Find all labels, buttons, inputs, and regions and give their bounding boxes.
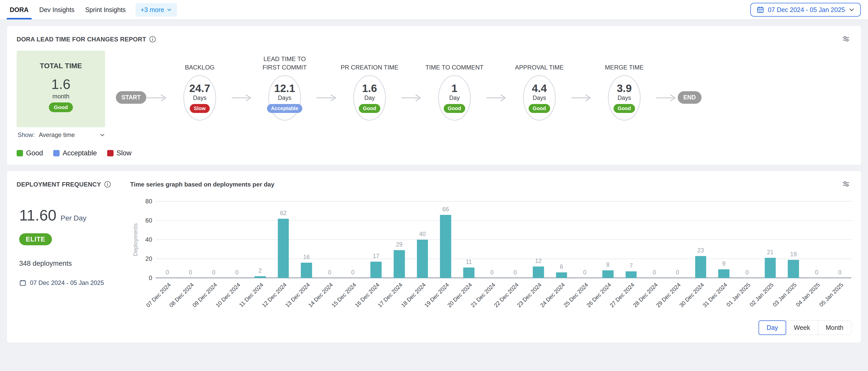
bar-value-label: 0 bbox=[736, 269, 759, 276]
x-tick-label: 14 Dec 2024 bbox=[307, 281, 335, 309]
deployment-frequency-panel: DEPLOYMENT FREQUENCY Time series graph b… bbox=[7, 171, 861, 343]
stage-circle: 12.1DaysAcceptable bbox=[268, 75, 301, 121]
chart-plot-area: 0000262160017294066110012608700239021190… bbox=[156, 201, 851, 278]
stage-time-to-comment: TIME TO COMMENT1DayGood bbox=[423, 50, 486, 121]
x-tick-label: 11 Dec 2024 bbox=[238, 281, 265, 308]
stage-circle: 1DayGood bbox=[438, 75, 471, 121]
granularity-month-button[interactable]: Month bbox=[818, 321, 851, 335]
bar-slot-16-dec-2024: 17 bbox=[365, 201, 388, 278]
filter-sliders-icon bbox=[842, 34, 850, 43]
total-time-card: TOTAL TIME 1.6 month Good bbox=[17, 50, 105, 127]
chart-bar bbox=[301, 263, 312, 278]
bar-value-label: 12 bbox=[527, 258, 550, 265]
bar-slot-30-dec-2024: 23 bbox=[689, 201, 712, 278]
chart-bar bbox=[625, 271, 637, 278]
bar-slot-28-dec-2024: 0 bbox=[643, 201, 666, 278]
y-tick-label: 20 bbox=[145, 255, 152, 262]
bar-slot-13-dec-2024: 16 bbox=[295, 201, 318, 278]
x-tick-label: 13 Dec 2024 bbox=[284, 281, 311, 309]
stage-circle: 1.6DayGood bbox=[353, 75, 386, 121]
stage-label: APPROVAL TIME bbox=[514, 50, 565, 75]
deployment-date-range: 07 Dec 2024 - 05 Jan 2025 bbox=[19, 279, 130, 286]
bar-value-label: 19 bbox=[782, 251, 805, 258]
bar-slot-20-dec-2024: 11 bbox=[457, 201, 480, 278]
stage-status-badge: Good bbox=[359, 104, 380, 113]
bar-value-label: 29 bbox=[388, 241, 411, 248]
bar-slot-11-dec-2024: 2 bbox=[249, 201, 272, 278]
show-metric-value: Average time bbox=[39, 131, 75, 138]
bar-slot-12-dec-2024: 62 bbox=[272, 201, 295, 278]
bar-value-label: 0 bbox=[341, 269, 365, 276]
deployment-date-range-text: 07 Dec 2024 - 05 Jan 2025 bbox=[30, 279, 104, 286]
bar-value-label: 0 bbox=[805, 269, 828, 276]
granularity-week-button[interactable]: Week bbox=[786, 321, 818, 335]
bar-value-label: 2 bbox=[249, 267, 272, 274]
legend-swatch bbox=[107, 150, 114, 156]
show-metric-select[interactable]: Average time bbox=[39, 131, 105, 138]
tab-dev-insights[interactable]: Dev Insights bbox=[38, 0, 76, 20]
stage-status-badge: Acceptable bbox=[267, 104, 303, 113]
bar-value-label: 0 bbox=[179, 269, 202, 276]
chevron-down-icon bbox=[167, 7, 172, 12]
date-range-picker[interactable]: 07 Dec 2024 - 05 Jan 2025 bbox=[750, 3, 861, 16]
lead-time-settings-button[interactable] bbox=[841, 33, 851, 45]
bar-value-label: 7 bbox=[619, 262, 643, 269]
chevron-down-icon bbox=[848, 7, 855, 13]
x-tick-label: 27 Dec 2024 bbox=[609, 281, 636, 309]
stage-circle: 24.7DaysSlow bbox=[183, 75, 216, 121]
lead-time-flow: STARTBACKLOG24.7DaysSlowLEAD TIME TO FIR… bbox=[116, 50, 851, 121]
deployment-frequency-title-text: DEPLOYMENT FREQUENCY bbox=[17, 181, 101, 188]
x-tick-label: 17 Dec 2024 bbox=[377, 281, 404, 309]
stage-value: 24.7 bbox=[189, 83, 210, 94]
bar-value-label: 0 bbox=[666, 269, 689, 276]
stage-approval-time: APPROVAL TIME4.4DaysGood bbox=[508, 50, 571, 121]
show-label: Show: bbox=[18, 131, 35, 138]
chart-bar bbox=[417, 240, 428, 278]
legend-item-acceptable: Acceptable bbox=[53, 149, 97, 157]
bar-value-label: 62 bbox=[272, 210, 295, 217]
stage-value: 4.4 bbox=[532, 83, 547, 94]
bar-slot-25-dec-2024: 0 bbox=[573, 201, 596, 278]
flow-arrow-icon bbox=[656, 94, 678, 102]
legend-swatch bbox=[17, 150, 23, 156]
bar-slot-10-dec-2024: 0 bbox=[225, 201, 249, 278]
chart-bar bbox=[718, 269, 730, 278]
x-tick-label: 01 Jan 2025 bbox=[725, 281, 752, 308]
legend-label: Good bbox=[26, 149, 43, 157]
stage-value: 1.6 bbox=[362, 83, 377, 94]
bar-value-label: 9 bbox=[712, 260, 736, 267]
total-time-unit: month bbox=[53, 93, 69, 100]
x-tick-label: 26 Dec 2024 bbox=[585, 281, 613, 309]
more-tabs-button[interactable]: +3 more bbox=[135, 3, 177, 16]
tab-dora[interactable]: DORA bbox=[9, 0, 30, 20]
bar-value-label: 40 bbox=[411, 231, 434, 238]
deployment-rate-value: 11.60 bbox=[19, 206, 57, 224]
stage-unit: Days bbox=[278, 95, 291, 101]
tab-bar: DORADev InsightsSprint Insights+3 more bbox=[9, 0, 177, 20]
legend-label: Acceptable bbox=[63, 149, 97, 157]
x-tick-label: 04 Jan 2025 bbox=[795, 281, 821, 308]
deployment-settings-button[interactable] bbox=[841, 179, 851, 190]
bar-slot-02-jan-2025: 21 bbox=[758, 201, 782, 278]
info-icon[interactable] bbox=[149, 36, 156, 43]
x-tick-label: 05 Jan 2025 bbox=[818, 281, 844, 308]
flow-arrow-icon bbox=[146, 94, 168, 102]
x-tick-label: 25 Dec 2024 bbox=[562, 281, 589, 309]
x-tick-label: 09 Dec 2024 bbox=[191, 281, 218, 309]
bar-slot-23-dec-2024: 12 bbox=[527, 201, 550, 278]
tab-sprint-insights[interactable]: Sprint Insights bbox=[84, 0, 127, 20]
stage-status-badge: Good bbox=[614, 104, 635, 113]
info-icon[interactable] bbox=[104, 181, 111, 188]
legend-swatch bbox=[53, 150, 60, 156]
bar-slot-08-dec-2024: 0 bbox=[179, 201, 202, 278]
x-tick-label: 03 Jan 2025 bbox=[772, 281, 798, 308]
legend-label: Slow bbox=[117, 149, 132, 157]
y-tick-label: 0 bbox=[149, 274, 152, 281]
stage-value: 1 bbox=[452, 83, 457, 94]
chart-bar bbox=[463, 268, 474, 278]
bar-slot-17-dec-2024: 29 bbox=[388, 201, 411, 278]
chart-bar bbox=[394, 250, 405, 278]
bar-value-label: 0 bbox=[202, 269, 225, 276]
x-tick-label: 21 Dec 2024 bbox=[469, 281, 497, 309]
granularity-day-button[interactable]: Day bbox=[758, 321, 786, 335]
